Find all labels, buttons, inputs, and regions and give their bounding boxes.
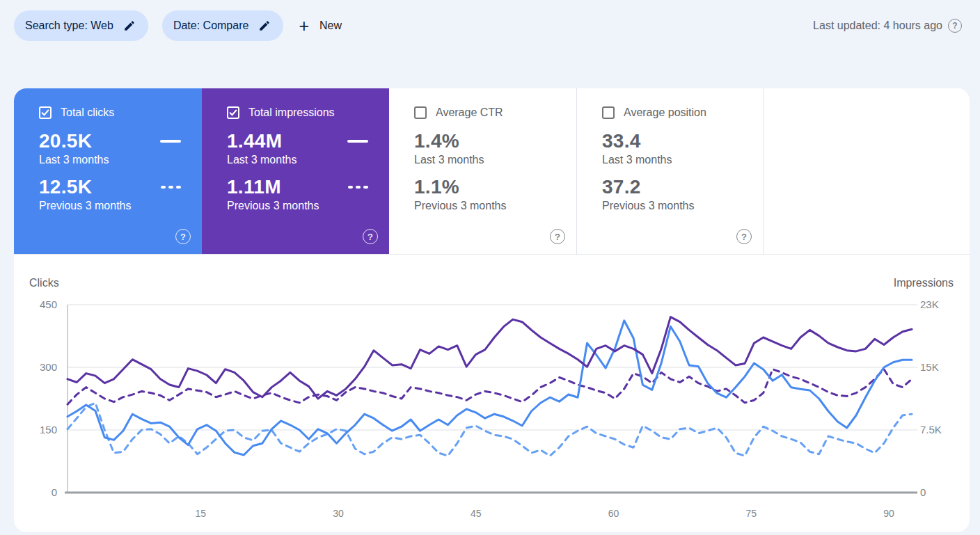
last-updated: Last updated: 4 hours ago ? [813, 19, 962, 33]
metric-current-value: 20.5K [39, 130, 92, 152]
help-icon[interactable]: ? [948, 19, 962, 33]
solid-line-legend-icon [347, 140, 368, 143]
metric-tile-total-clicks[interactable]: Total clicks 20.5K Last 3 months 12.5K P… [14, 88, 202, 254]
metric-previous-value: 1.11M [227, 176, 281, 198]
checkbox-checked-icon[interactable] [227, 106, 239, 119]
help-icon[interactable]: ? [550, 229, 565, 244]
svg-text:15: 15 [195, 508, 206, 519]
metric-tile-average-position[interactable]: Average position 33.4 Last 3 months 37.2… [577, 88, 764, 254]
svg-text:30: 30 [333, 508, 344, 519]
search-type-chip[interactable]: Search type: Web [14, 10, 148, 41]
edit-pencil-icon [258, 19, 271, 32]
svg-text:60: 60 [608, 508, 619, 519]
solid-line-legend-icon [160, 140, 181, 143]
svg-text:300: 300 [40, 361, 57, 373]
svg-text:23K: 23K [920, 298, 939, 310]
metric-previous-value: 1.1% [414, 176, 459, 198]
metric-label: Average position [624, 106, 706, 119]
date-range-chip-label: Date: Compare [173, 19, 249, 32]
plus-icon: + [299, 17, 309, 35]
metric-label: Total clicks [61, 106, 114, 119]
svg-text:450: 450 [40, 298, 57, 310]
date-range-chip[interactable]: Date: Compare [162, 10, 284, 41]
search-type-chip-label: Search type: Web [25, 19, 113, 32]
metric-current-caption: Last 3 months [227, 154, 389, 166]
svg-text:45: 45 [471, 508, 482, 519]
metric-current-value: 33.4 [602, 130, 641, 152]
help-icon[interactable]: ? [363, 229, 378, 244]
metric-label: Average CTR [436, 106, 503, 119]
metric-current-caption: Last 3 months [602, 154, 763, 166]
svg-text:0: 0 [920, 486, 926, 498]
svg-text:Clicks: Clicks [29, 277, 59, 289]
svg-text:0: 0 [52, 486, 57, 498]
checkbox-checked-icon[interactable] [39, 106, 52, 119]
performance-card: Total clicks 20.5K Last 3 months 12.5K P… [14, 88, 970, 532]
checkbox-unchecked-icon[interactable] [602, 106, 615, 119]
svg-text:75: 75 [745, 508, 757, 519]
new-filter-label: New [319, 19, 342, 32]
metric-previous-caption: Previous 3 months [227, 200, 389, 212]
dashed-line-legend-icon [161, 186, 181, 189]
new-filter-button[interactable]: + New [299, 17, 342, 35]
help-icon[interactable]: ? [175, 229, 191, 244]
performance-chart[interactable]: ClicksImpressions45023K30015K1507.5K0015… [14, 255, 970, 532]
metric-previous-value: 37.2 [602, 176, 641, 198]
help-icon[interactable]: ? [736, 229, 752, 244]
metric-current-value: 1.44M [227, 130, 282, 152]
metric-current-value: 1.4% [414, 130, 459, 152]
topbar: Search type: Web Date: Compare + New Las… [0, 0, 980, 45]
metric-current-caption: Last 3 months [414, 154, 576, 166]
checkbox-unchecked-icon[interactable] [414, 106, 427, 119]
metric-previous-caption: Previous 3 months [39, 200, 202, 212]
svg-text:15K: 15K [920, 361, 939, 373]
metric-previous-caption: Previous 3 months [414, 200, 576, 212]
line-chart-canvas[interactable]: ClicksImpressions45023K30015K1507.5K0015… [14, 255, 970, 532]
last-updated-text: Last updated: 4 hours ago [813, 19, 942, 32]
svg-text:90: 90 [883, 508, 894, 519]
svg-text:7.5K: 7.5K [920, 424, 942, 436]
metric-tiles-row: Total clicks 20.5K Last 3 months 12.5K P… [14, 88, 970, 255]
svg-text:150: 150 [40, 424, 57, 436]
dashed-line-legend-icon [348, 186, 368, 189]
metric-label: Total impressions [248, 106, 335, 119]
metric-tile-total-impressions[interactable]: Total impressions 1.44M Last 3 months 1.… [202, 88, 389, 254]
metric-tile-average-ctr[interactable]: Average CTR 1.4% Last 3 months 1.1% Prev… [389, 88, 577, 254]
edit-pencil-icon [123, 19, 136, 32]
metric-current-caption: Last 3 months [39, 154, 202, 166]
metric-previous-value: 12.5K [39, 176, 92, 198]
svg-text:Impressions: Impressions [894, 277, 954, 289]
metric-previous-caption: Previous 3 months [602, 200, 763, 212]
tiles-filler [764, 88, 970, 254]
